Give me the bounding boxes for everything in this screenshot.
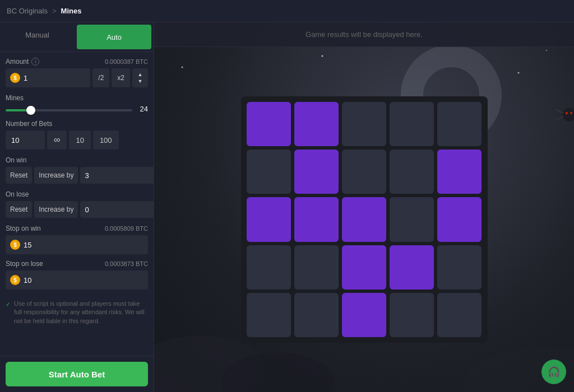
top-bar: BC Originals > Mines [0, 0, 574, 22]
on-lose-value-input[interactable] [80, 201, 154, 218]
grid-cell[interactable] [294, 102, 339, 146]
amount-input[interactable] [24, 74, 46, 82]
stop-on-win-section: Stop on win 0.0005809 BTC $ [6, 225, 148, 254]
bets-label: Number of Bets [6, 120, 148, 128]
breadcrumb-origin: BC Originals [7, 7, 48, 15]
amount-label-row: Amount i 0.0000387 BTC [6, 58, 148, 66]
main-layout: Manual Auto Amount i 0.0000387 BTC $ /2 [0, 22, 574, 392]
grid-cell[interactable] [437, 102, 482, 146]
tab-auto[interactable]: Auto [77, 25, 151, 49]
stop-lose-input[interactable] [24, 276, 144, 284]
grid-cell[interactable] [294, 293, 339, 337]
on-win-section: On win Reset Increase by % [6, 156, 148, 184]
grid-container [154, 47, 574, 392]
bets-infinity-button[interactable]: ∞ [47, 130, 67, 150]
grid-cell[interactable] [390, 293, 434, 337]
double-button[interactable]: x2 [112, 68, 130, 87]
grid-cell[interactable] [294, 245, 339, 290]
amount-section: Amount i 0.0000387 BTC $ /2 x2 ▲ ▼ [6, 58, 148, 87]
stop-on-lose-section: Stop on lose 0.0003873 BTC $ [6, 260, 148, 290]
grid-cell[interactable] [247, 150, 291, 194]
stop-lose-btc: 0.0003873 BTC [105, 260, 148, 267]
grid-cell[interactable] [342, 245, 386, 290]
arrow-down-icon: ▼ [138, 78, 143, 84]
stop-lose-label-row: Stop on lose 0.0003873 BTC [6, 260, 148, 268]
on-win-value-input[interactable] [80, 167, 154, 184]
on-win-reset-button[interactable]: Reset [6, 167, 32, 184]
grid-cell[interactable] [294, 150, 339, 194]
grid-cell[interactable] [390, 150, 434, 194]
amount-row: $ /2 x2 ▲ ▼ [6, 68, 148, 87]
breadcrumb-current: Mines [61, 7, 82, 15]
tabs-row: Manual Auto [0, 22, 154, 52]
mines-row: 24 [6, 105, 148, 113]
coin-icon: $ [10, 73, 20, 83]
bets-row: ∞ 10 100 [6, 130, 148, 150]
grid-cell[interactable] [390, 102, 434, 146]
mines-slider[interactable] [6, 109, 132, 111]
bets-10-button[interactable]: 10 [69, 130, 90, 150]
start-auto-bet-button[interactable]: Start Auto Bet [6, 362, 148, 386]
amount-input-wrap: $ [6, 68, 90, 87]
bets-input[interactable] [6, 130, 45, 150]
grid-cell[interactable] [342, 293, 386, 337]
on-lose-section: On lose Reset Increase by % [6, 190, 148, 218]
stop-lose-coin-icon: $ [10, 275, 20, 285]
amount-arrows-button[interactable]: ▲ ▼ [132, 68, 148, 87]
grid-cell[interactable] [247, 293, 291, 337]
number-of-bets-section: Number of Bets ∞ 10 100 [6, 120, 148, 150]
disclaimer: ✓ Use of script is optional and players … [6, 295, 148, 330]
amount-label: Amount [6, 58, 29, 66]
right-panel: Game results will be displayed here. 🎧 [154, 22, 574, 392]
on-lose-increase-button[interactable]: Increase by [34, 201, 78, 218]
on-win-label: On win [6, 156, 148, 164]
form-area: Amount i 0.0000387 BTC $ /2 x2 ▲ ▼ [0, 52, 154, 356]
headphone-icon: 🎧 [548, 366, 560, 378]
stop-win-coin-icon: $ [10, 240, 20, 250]
on-win-row: Reset Increase by % [6, 167, 148, 184]
stop-win-input-wrap: $ [6, 235, 148, 254]
amount-btc-value: 0.0000387 BTC [105, 58, 148, 65]
mines-grid [241, 96, 488, 343]
on-lose-label: On lose [6, 190, 148, 198]
breadcrumb-separator: > [52, 7, 57, 15]
stop-win-btc: 0.0005809 BTC [105, 225, 148, 232]
amount-info-icon[interactable]: i [31, 58, 39, 66]
left-panel: Manual Auto Amount i 0.0000387 BTC $ /2 [0, 22, 154, 392]
tab-manual[interactable]: Manual [0, 22, 75, 47]
stop-lose-input-wrap: $ [6, 270, 148, 290]
result-bar: Game results will be displayed here. [154, 22, 574, 47]
stop-win-input[interactable] [24, 241, 144, 249]
grid-cell[interactable] [437, 245, 482, 290]
mines-display-max: 24 [137, 105, 148, 113]
grid-cell[interactable] [342, 150, 386, 194]
mines-slider-wrap [6, 105, 132, 113]
start-btn-wrap: Start Auto Bet [0, 356, 154, 392]
on-lose-row: Reset Increase by % [6, 201, 148, 218]
grid-cell[interactable] [390, 245, 434, 290]
grid-cell[interactable] [437, 197, 482, 241]
bets-100-button[interactable]: 100 [93, 130, 119, 150]
result-text: Game results will be displayed here. [305, 30, 423, 39]
grid-cell[interactable] [342, 197, 386, 241]
grid-cell[interactable] [390, 197, 434, 241]
grid-cell[interactable] [247, 245, 291, 290]
grid-cell[interactable] [247, 197, 291, 241]
grid-cell[interactable] [437, 150, 482, 194]
mines-section: Mines 24 [6, 94, 148, 113]
grid-cell[interactable] [294, 197, 339, 241]
disclaimer-icon: ✓ [6, 300, 11, 325]
disclaimer-text: Use of script is optional and players mu… [14, 300, 148, 325]
on-win-increase-button[interactable]: Increase by [34, 167, 78, 184]
mines-label: Mines [6, 94, 148, 102]
half-button[interactable]: /2 [92, 68, 109, 87]
stop-win-label-row: Stop on win 0.0005809 BTC [6, 225, 148, 232]
grid-cell[interactable] [247, 102, 291, 146]
grid-cell[interactable] [437, 293, 482, 337]
grid-cell[interactable] [342, 102, 386, 146]
support-button[interactable]: 🎧 [541, 360, 566, 384]
arrow-up-icon: ▲ [138, 72, 143, 77]
on-lose-reset-button[interactable]: Reset [6, 201, 32, 218]
